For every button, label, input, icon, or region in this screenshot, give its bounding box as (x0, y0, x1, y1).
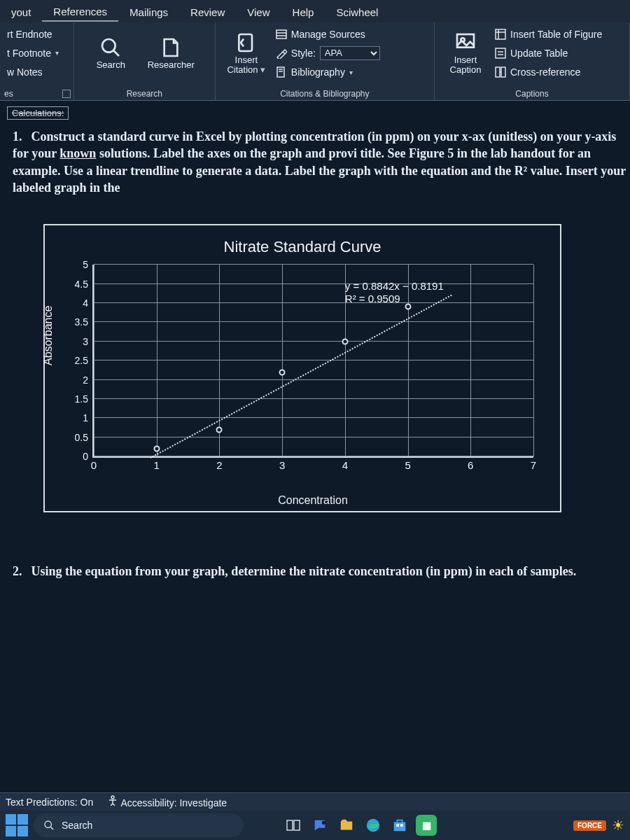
cross-reference-button[interactable]: Cross-reference (495, 65, 622, 79)
data-point (153, 446, 160, 452)
folder-icon (339, 818, 354, 833)
tab-references[interactable]: References (42, 1, 118, 22)
show-notes-button[interactable]: w Notes (7, 65, 66, 79)
insert-table-figures-label: Insert Table of Figure (510, 29, 602, 40)
y-tick: 3 (83, 336, 94, 347)
trendline-equation: y = 0.8842x − 0.8191 (345, 280, 444, 293)
svg-line-20 (50, 827, 53, 830)
insert-caption-button[interactable]: InsertCaption (439, 25, 492, 81)
app-green-icon: ▦ (422, 820, 431, 831)
y-tick: 1 (83, 412, 94, 424)
accessibility-label: Accessibility: Investigate (120, 797, 227, 808)
svg-rect-27 (400, 824, 403, 827)
taskbar-weather-icon[interactable]: ☀ (612, 817, 624, 834)
q1-text-b: solutions. Label the axes on the graph a… (13, 146, 626, 195)
y-tick: 3.5 (75, 316, 94, 328)
researcher-label: Researcher (148, 60, 195, 70)
ribbon-group-research: Search Researcher Research (74, 22, 216, 100)
taskbar-app-green-icon[interactable]: ▦ (416, 815, 437, 836)
insert-citation-button[interactable]: InsertCitation ▾ (220, 25, 273, 81)
researcher-icon (160, 36, 182, 59)
q1-number: 1. (13, 128, 28, 145)
svg-point-23 (322, 821, 326, 825)
y-tick: 1.5 (75, 393, 94, 405)
next-footnote-button[interactable]: t Footnote ▾ (7, 46, 66, 60)
data-point (279, 369, 286, 375)
y-axis-label: Absorbance (42, 306, 55, 365)
x-axis-label: Concentration (278, 494, 348, 507)
bibliography-button[interactable]: Bibliography ▾ (276, 65, 427, 79)
tab-help[interactable]: Help (281, 2, 326, 21)
svg-rect-14 (496, 48, 505, 58)
bibliography-icon (276, 66, 287, 78)
svg-rect-6 (277, 67, 284, 77)
footnotes-dialog-launcher[interactable] (62, 90, 71, 98)
svg-line-1 (113, 50, 119, 56)
x-tick: 6 (468, 459, 473, 471)
style-selector-row: Style: APA (276, 45, 427, 62)
style-select[interactable]: APA (320, 46, 380, 60)
insert-citation-icon (235, 31, 258, 54)
update-table-button[interactable]: Update Table (495, 46, 622, 60)
trendline-r2: R² = 0.9509 (345, 293, 444, 305)
insert-caption-label-1: Insert (454, 55, 477, 65)
section-heading: Calculations: (7, 106, 69, 120)
data-point (216, 426, 223, 433)
taskbar-explorer-icon[interactable] (336, 815, 357, 836)
svg-rect-25 (394, 822, 406, 831)
taskbar-app-store-icon[interactable] (389, 815, 410, 836)
researcher-button[interactable]: Researcher (137, 25, 204, 81)
chat-icon (312, 818, 328, 833)
search-button[interactable]: Search (84, 25, 137, 81)
footnotes-group-label: es (4, 89, 69, 100)
chevron-down-icon: ▾ (260, 64, 265, 75)
plot-area-wrap: 00.511.522.533.544.5501234567y = 0.8842x… (92, 265, 533, 480)
start-button[interactable] (6, 814, 28, 836)
style-icon (276, 48, 287, 59)
tab-view[interactable]: View (236, 2, 281, 21)
manage-sources-button[interactable]: Manage Sources (276, 27, 427, 41)
q2-number: 2. (13, 563, 28, 580)
insert-endnote-button[interactable]: rt Endnote (7, 27, 66, 41)
insert-table-figures-button[interactable]: Insert Table of Figure (495, 27, 622, 41)
trendline (150, 295, 452, 458)
tab-review[interactable]: Review (179, 2, 236, 21)
tab-mailings[interactable]: Mailings (118, 2, 179, 21)
bibliography-label: Bibliography (291, 66, 345, 78)
search-label: Search (97, 60, 125, 70)
q1-known: known (59, 146, 96, 160)
taskbar-force-badge[interactable]: FORCE (573, 820, 606, 831)
tab-sciwheel[interactable]: Sciwheel (325, 2, 389, 21)
x-tick: 1 (154, 459, 160, 471)
text-predictions-status[interactable]: Text Predictions: On (6, 797, 93, 808)
taskbar-search-label: Search (62, 820, 92, 831)
table-of-figures-icon (495, 29, 506, 40)
svg-rect-16 (501, 67, 505, 77)
taskbar-search[interactable]: Search (34, 813, 244, 837)
question-2: 2. Using the equation from your graph, d… (0, 554, 630, 580)
svg-rect-21 (287, 820, 293, 830)
taskview-icon (286, 818, 300, 832)
data-point (342, 338, 348, 344)
search-icon (43, 820, 55, 831)
taskbar-edge-icon[interactable] (363, 815, 384, 836)
svg-point-19 (45, 821, 51, 827)
svg-rect-22 (294, 820, 300, 830)
taskbar-taskview-icon[interactable] (283, 815, 304, 836)
chart-title: Nitrate Standard Curve (45, 225, 560, 256)
taskbar-chat-icon[interactable] (309, 815, 330, 836)
insert-citation-label-1: Insert (235, 55, 258, 65)
cross-reference-icon (495, 66, 506, 78)
store-icon (392, 818, 407, 833)
update-table-icon (495, 48, 506, 59)
accessibility-status[interactable]: Accessibility: Investigate (107, 795, 227, 808)
ribbon-group-captions: InsertCaption Insert Table of Figure Upd… (435, 22, 630, 100)
insert-caption-icon (454, 31, 477, 54)
ribbon-tab-strip: yout References Mailings Review View Hel… (0, 0, 630, 22)
research-group-label: Research (78, 89, 211, 100)
y-tick: 0.5 (75, 432, 94, 443)
tab-layout[interactable]: yout (0, 2, 42, 21)
x-tick: 7 (531, 459, 536, 471)
document-body[interactable]: Calculations: 1. Construct a standard cu… (0, 101, 630, 801)
y-tick: 5 (83, 259, 94, 270)
